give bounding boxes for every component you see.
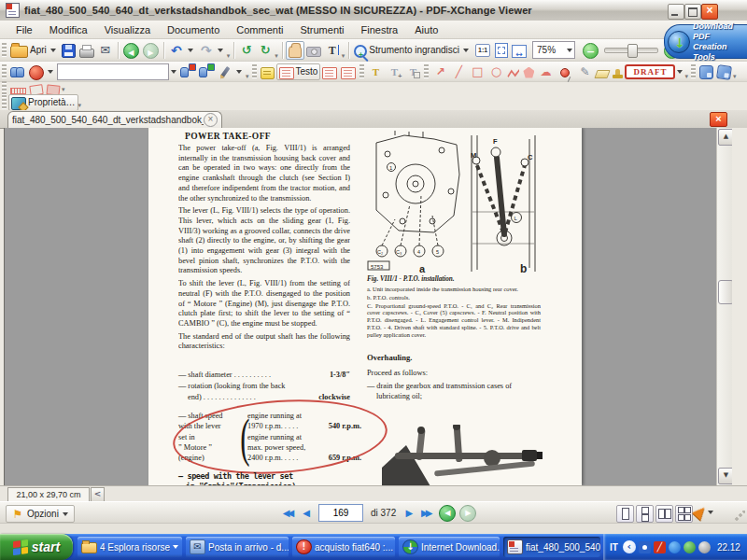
typewriter-add-button[interactable] bbox=[385, 63, 403, 80]
zoom-slider[interactable] bbox=[604, 48, 658, 53]
tray-icon[interactable] bbox=[684, 541, 696, 553]
taskbar-item-explorer[interactable]: 4 Esplora risorse bbox=[78, 537, 182, 557]
menu-modifica[interactable]: Modifica bbox=[41, 22, 96, 37]
sticky-note-button[interactable] bbox=[259, 63, 276, 80]
menu-file[interactable]: File bbox=[7, 22, 41, 37]
toolbar-grip[interactable] bbox=[424, 64, 429, 79]
toolbar-grip[interactable] bbox=[2, 64, 7, 79]
pin-tool-button[interactable] bbox=[555, 65, 575, 78]
save-button[interactable] bbox=[60, 42, 78, 59]
download-creation-tools-banner[interactable]: Download PDFCreation Tools bbox=[664, 24, 747, 59]
collapse-chevron-icon[interactable]: < bbox=[91, 487, 105, 502]
find-next-button[interactable] bbox=[197, 63, 216, 80]
view-history-forward-button[interactable] bbox=[459, 505, 476, 522]
resize-grip[interactable] bbox=[734, 511, 745, 522]
single-page-layout-button[interactable] bbox=[616, 505, 634, 523]
minimize-button[interactable] bbox=[668, 4, 684, 20]
menu-aiuto[interactable]: Aiuto bbox=[406, 22, 446, 37]
properties-button[interactable]: Proprietà… bbox=[8, 94, 78, 111]
polyline-tool-button[interactable] bbox=[505, 64, 521, 78]
vertical-scrollbar[interactable] bbox=[716, 128, 733, 485]
tray-collapse-chevron-icon[interactable] bbox=[623, 540, 636, 553]
menu-commenti[interactable]: Commenti bbox=[228, 22, 291, 37]
find-previous-button[interactable] bbox=[178, 63, 197, 80]
next-page-button[interactable] bbox=[401, 505, 417, 521]
close-document-button[interactable] bbox=[710, 112, 727, 127]
maximize-button[interactable] bbox=[684, 4, 701, 20]
options-button[interactable]: Opzioni bbox=[6, 505, 75, 523]
zoom-out-button[interactable] bbox=[581, 41, 600, 60]
arrow-tool-button[interactable] bbox=[430, 63, 449, 80]
taskbar-item-browser[interactable]: acquisto fiat640 :... bbox=[292, 537, 395, 557]
zoom-tool-button[interactable]: Strumento ingrandisci bbox=[352, 42, 472, 59]
page-number-input[interactable] bbox=[318, 504, 363, 522]
toolbar-overflow-chevron[interactable]: ▾ bbox=[342, 52, 345, 60]
rectangle-tool-button[interactable] bbox=[468, 63, 486, 80]
summarize-comments-button[interactable] bbox=[715, 63, 733, 80]
fit-page-button[interactable] bbox=[493, 41, 510, 59]
line-tool-button[interactable] bbox=[449, 63, 468, 80]
menu-finestra[interactable]: Finestra bbox=[353, 22, 407, 37]
zoom-level-combobox[interactable]: 75% bbox=[532, 41, 575, 59]
clock[interactable]: 22.12 bbox=[717, 542, 740, 553]
back-button[interactable] bbox=[121, 41, 141, 60]
rotate-ccw-button[interactable] bbox=[237, 42, 256, 59]
toolbar-overflow-chevron[interactable]: ▾ bbox=[246, 73, 249, 80]
menu-documento[interactable]: Documento bbox=[159, 22, 228, 37]
draft-stamp-button[interactable]: DRAFT bbox=[625, 64, 675, 79]
typewriter-box-button[interactable] bbox=[403, 63, 422, 80]
first-page-button[interactable] bbox=[280, 505, 297, 521]
toolbar-overflow-chevron[interactable]: ▾ bbox=[62, 86, 65, 93]
toolbar-overflow-chevron[interactable]: ▾ bbox=[275, 52, 278, 60]
start-button[interactable]: start bbox=[0, 534, 73, 560]
select-text-button[interactable] bbox=[323, 42, 342, 59]
distance-tool-button[interactable] bbox=[8, 82, 28, 95]
print-button[interactable] bbox=[78, 42, 96, 59]
last-page-button[interactable] bbox=[418, 505, 435, 521]
toolbar-grip[interactable] bbox=[252, 64, 257, 79]
view-history-back-button[interactable] bbox=[439, 505, 456, 522]
forward-button[interactable] bbox=[141, 41, 161, 60]
polygon-tool-button[interactable] bbox=[521, 64, 536, 79]
tray-icon[interactable] bbox=[698, 541, 711, 553]
hand-tool-button[interactable] bbox=[286, 41, 304, 60]
continuous-facing-layout-button[interactable] bbox=[675, 505, 693, 523]
toolbar-grip[interactable] bbox=[691, 64, 696, 79]
text-annotation-button[interactable] bbox=[339, 63, 358, 80]
continuous-layout-button[interactable] bbox=[636, 505, 654, 523]
previous-page-button[interactable] bbox=[298, 505, 315, 521]
oval-tool-button[interactable] bbox=[486, 63, 505, 80]
document-tab[interactable]: fiat_480_500_540_640_dt_verkstadshandbok… bbox=[7, 111, 222, 128]
cloud-tool-button[interactable] bbox=[536, 63, 555, 80]
toolbar-overflow-chevron[interactable]: ▾ bbox=[733, 73, 737, 80]
search-scope-button[interactable] bbox=[27, 63, 57, 81]
taskbar-item-mail[interactable]: Posta in arrivo - d... bbox=[186, 537, 289, 557]
search-input[interactable] bbox=[57, 63, 169, 80]
typewriter-button[interactable] bbox=[366, 63, 385, 80]
fit-width-button[interactable] bbox=[510, 42, 529, 59]
highlight-tool-button[interactable] bbox=[216, 63, 246, 79]
toolbar-overflow-chevron[interactable]: ▾ bbox=[227, 52, 231, 60]
toolbar-grip[interactable] bbox=[2, 43, 7, 58]
toolbar-grip[interactable] bbox=[359, 64, 364, 79]
language-indicator[interactable]: IT bbox=[610, 542, 618, 553]
tab-close-icon[interactable] bbox=[204, 113, 218, 127]
pan-tool-button[interactable] bbox=[695, 506, 715, 518]
callout-tool-button[interactable] bbox=[320, 63, 339, 80]
rotate-cw-button[interactable] bbox=[256, 42, 275, 59]
stamp-dropdown-arrow[interactable] bbox=[677, 70, 683, 74]
tray-icon[interactable] bbox=[654, 541, 666, 553]
redo-button[interactable] bbox=[197, 42, 227, 59]
red-ellipse-annotation[interactable] bbox=[171, 393, 390, 481]
taskbar-item-pdf-viewer[interactable]: fiat_480_500_540... bbox=[503, 537, 600, 557]
document-view[interactable]: POWER TAKE-OFF The power take-off (a, Fi… bbox=[4, 128, 721, 485]
facing-layout-button[interactable] bbox=[655, 505, 673, 523]
open-button[interactable]: Apri bbox=[8, 41, 60, 59]
show-comments-button[interactable] bbox=[698, 63, 715, 80]
toolbar-overflow-chevron[interactable]: ▾ bbox=[78, 102, 82, 109]
snapshot-tool-button[interactable] bbox=[304, 42, 323, 58]
eraser-tool-button[interactable] bbox=[594, 64, 611, 79]
undo-button[interactable] bbox=[167, 42, 197, 59]
stamp-tool-button[interactable] bbox=[611, 64, 625, 79]
text-box-tool-button[interactable]: Testo bbox=[276, 63, 321, 80]
